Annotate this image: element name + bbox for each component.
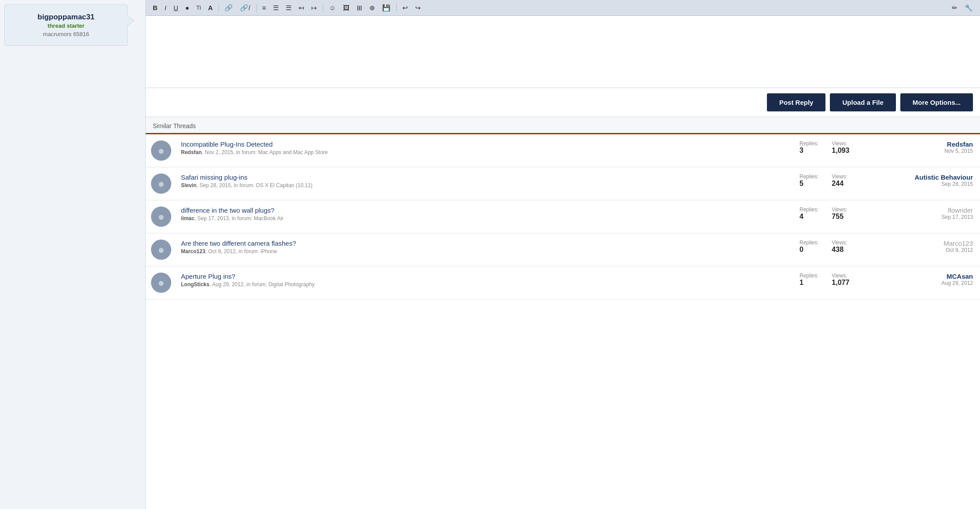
thread-title[interactable]: difference in the two wall plugs? <box>181 207 274 214</box>
table-row: ● Aperture Plug ins? LongSticks, Aug 29,… <box>146 266 980 299</box>
last-poster-name: Marco123 <box>890 240 973 247</box>
thread-info-cell: Incompatible Plug-Ins Detected Redsfan, … <box>177 134 795 167</box>
thread-stats-cell: Replies: 4 Views: 755 <box>795 200 883 233</box>
similar-threads-header: Similar Threads <box>146 117 980 134</box>
replies-label: Replies: <box>799 273 818 279</box>
reply-textarea[interactable] <box>146 16 980 86</box>
user-icon: ● <box>158 277 165 288</box>
unlink-button[interactable]: 🔗/ <box>237 3 253 13</box>
views-value: 1,077 <box>832 279 849 287</box>
thread-avatar-cell: ● <box>146 167 177 200</box>
table-button[interactable]: ⊞ <box>354 3 365 13</box>
last-post-date: Sep 17, 2013 <box>890 214 973 220</box>
thread-info-cell: Aperture Plug ins? LongSticks, Aug 29, 2… <box>177 266 795 299</box>
edit-icon-button[interactable]: ✏ <box>949 3 960 13</box>
replies-label: Replies: <box>799 207 818 213</box>
thread-title[interactable]: Aperture Plug ins? <box>181 273 235 280</box>
views-stat: Views: 438 <box>832 240 847 254</box>
replies-value: 0 <box>799 246 818 254</box>
last-post-date: Oct 9, 2012 <box>890 247 973 253</box>
thread-last-cell: Redsfan Nov 5, 2015 <box>883 134 980 167</box>
underline-button[interactable]: U <box>171 3 181 13</box>
thread-avatar-cell: ● <box>146 233 177 266</box>
indent-in-button[interactable]: ↦ <box>309 3 320 13</box>
avatar: ● <box>151 140 171 161</box>
replies-label: Replies: <box>799 240 818 246</box>
thread-meta: Redsfan, Nov 2, 2015, in forum: Mac Apps… <box>181 149 791 155</box>
thread-avatar-cell: ● <box>146 266 177 299</box>
thread-last-cell: MCAsan Aug 29, 2012 <box>883 266 980 299</box>
thread-stats-cell: Replies: 1 Views: 1,077 <box>795 266 883 299</box>
ol-button[interactable]: ☰ <box>283 3 294 13</box>
replies-stat: Replies: 0 <box>799 240 818 254</box>
thread-info-cell: Are there two different camera flashes? … <box>177 233 795 266</box>
similar-threads-section: Similar Threads ● Incompatible Plug-Ins … <box>146 117 980 509</box>
page-wrapper: bigpoppamac31 thread starter macrumors 6… <box>0 0 980 509</box>
similar-threads-title: Similar Threads <box>153 122 196 129</box>
user-icon: ● <box>158 178 165 189</box>
undo-button[interactable]: ↩ <box>400 3 411 13</box>
thread-info-cell: difference in the two wall plugs? iimac,… <box>177 200 795 233</box>
views-label: Views: <box>832 173 847 180</box>
user-role: thread starter <box>14 22 118 29</box>
table-row: ● Incompatible Plug-Ins Detected Redsfan… <box>146 134 980 167</box>
avatar: ● <box>151 207 171 227</box>
toolbar-sep-1 <box>218 4 219 12</box>
align-button[interactable]: ≡ <box>260 3 269 13</box>
thread-info-cell: Safari missing plug-ins Slevin, Sep 28, … <box>177 167 795 200</box>
color-button[interactable]: ● <box>183 3 192 13</box>
thread-last-cell: Marco123 Oct 9, 2012 <box>883 233 980 266</box>
table-row: ● Safari missing plug-ins Slevin, Sep 28… <box>146 167 980 200</box>
user-icon: ● <box>158 211 165 222</box>
ul-button[interactable]: ☰ <box>270 3 281 13</box>
views-stat: Views: 1,093 <box>832 140 849 155</box>
stat-row: Replies: 3 Views: 1,093 <box>799 140 879 155</box>
replies-stat: Replies: 4 <box>799 207 818 221</box>
format-button[interactable]: TI <box>194 4 204 12</box>
thread-title[interactable]: Safari missing plug-ins <box>181 173 247 181</box>
post-reply-button[interactable]: Post Reply <box>767 93 826 111</box>
link-button[interactable]: 🔗 <box>222 3 236 13</box>
thread-stats-cell: Replies: 0 Views: 438 <box>795 233 883 266</box>
replies-value: 3 <box>799 147 818 155</box>
save-button[interactable]: 💾 <box>379 3 393 13</box>
views-stat: Views: 1,077 <box>832 273 849 287</box>
action-buttons-row: Post Reply Upload a File More Options... <box>146 88 980 117</box>
thread-title[interactable]: Are there two different camera flashes? <box>181 240 296 247</box>
redo-button[interactable]: ↪ <box>413 3 424 13</box>
emoji-button[interactable]: ☺ <box>326 3 338 13</box>
replies-stat: Replies: 1 <box>799 273 818 287</box>
last-poster-name: flowrider <box>890 207 973 214</box>
views-stat: Views: 244 <box>832 173 847 188</box>
replies-value: 4 <box>799 213 818 221</box>
user-icon: ● <box>158 145 165 156</box>
more-options-button[interactable]: More Options... <box>900 93 973 111</box>
editor-toolbar: B I U ● TI A 🔗 🔗/ ≡ ☰ ☰ ↤ ↦ ☺ 🖼 ⊞ ⊕ 💾 ↩ … <box>146 0 980 16</box>
thread-stats-cell: Replies: 3 Views: 1,093 <box>795 134 883 167</box>
special-button[interactable]: ⊕ <box>367 3 378 13</box>
avatar: ● <box>151 173 171 194</box>
font-button[interactable]: A <box>206 3 216 13</box>
replies-stat: Replies: 5 <box>799 173 818 188</box>
last-post-date: Aug 29, 2012 <box>890 280 973 286</box>
thread-meta: iimac, Sep 17, 2013, in forum: MacBook A… <box>181 215 791 221</box>
stat-row: Replies: 0 Views: 438 <box>799 240 879 254</box>
thread-author: Redsfan <box>181 149 202 155</box>
bold-button[interactable]: B <box>150 3 160 13</box>
image-button[interactable]: 🖼 <box>340 3 352 13</box>
indent-out-button[interactable]: ↤ <box>296 3 307 13</box>
wrench-button[interactable]: 🔧 <box>962 3 976 13</box>
stat-row: Replies: 1 Views: 1,077 <box>799 273 879 287</box>
toolbar-sep-2 <box>256 4 257 12</box>
replies-label: Replies: <box>799 173 818 180</box>
views-stat: Views: 755 <box>832 207 847 221</box>
last-poster-name: MCAsan <box>890 273 973 280</box>
thread-title[interactable]: Incompatible Plug-Ins Detected <box>181 140 273 148</box>
italic-button[interactable]: I <box>162 3 169 13</box>
replies-value: 5 <box>799 180 818 188</box>
upload-file-button[interactable]: Upload a File <box>830 93 895 111</box>
replies-label: Replies: <box>799 140 818 147</box>
thread-last-cell: flowrider Sep 17, 2013 <box>883 200 980 233</box>
stat-row: Replies: 4 Views: 755 <box>799 207 879 221</box>
user-icon: ● <box>158 244 165 255</box>
